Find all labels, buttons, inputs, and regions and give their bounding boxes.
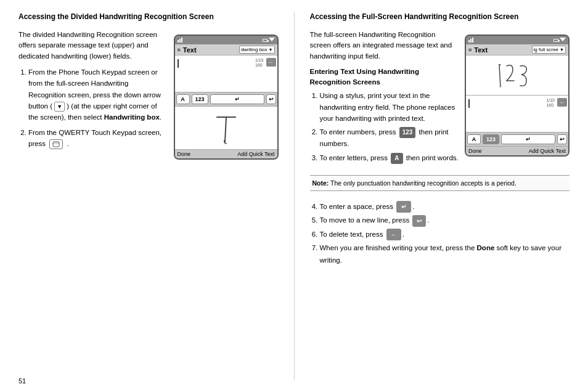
right-phone-counter: 1/10160 <box>546 98 555 108</box>
note-label: Note: <box>312 179 329 187</box>
left-key-a[interactable]: A <box>176 94 190 104</box>
qwerty-icon <box>49 139 63 149</box>
svg-point-3 <box>56 142 57 143</box>
right-phone-keyboard-row: A 123 ↵ ↩ <box>466 133 568 147</box>
right-phone-top-bar <box>466 36 568 44</box>
right-cursor <box>468 99 470 108</box>
left-phone-counter: 1/10160 <box>255 58 264 68</box>
right-dropdown-text: ig full scree <box>534 47 558 52</box>
right-step-2: To enter numbers, press 123 then print n… <box>320 126 459 149</box>
key-space-inline: ↵ <box>396 201 411 213</box>
left-footer-quicktext[interactable]: Add Quick Text <box>237 151 274 157</box>
dropdown-btn-inline: ▼ <box>54 102 65 112</box>
note-box: Note: The only punctuation handwriting r… <box>310 175 570 191</box>
right-phone-header-title: Text <box>474 46 529 54</box>
left-key-space[interactable]: ↵ <box>210 94 264 104</box>
left-phone-footer: Done Add Quick Text <box>175 150 277 158</box>
right-step-1: Using a stylus, print your text in the h… <box>320 90 459 124</box>
right-dropdown-arrow: ▼ <box>560 47 564 52</box>
page: Accessing the Divided Handwriting Recogn… <box>0 0 588 392</box>
right-step-4: To enter a space, press ↵. <box>320 201 570 213</box>
handwriting-box-label: Handwriting box <box>104 113 160 121</box>
left-key-enter[interactable]: ↩ <box>266 94 276 104</box>
right-col-content: The full-screen Handwriting Recognition … <box>310 30 570 166</box>
left-key-123[interactable]: 123 <box>192 94 208 104</box>
svg-point-2 <box>54 142 55 143</box>
right-step-6: To delete text, press ←. <box>320 229 570 241</box>
left-intro: The divided Handwriting Recognition scre… <box>18 30 168 62</box>
right-phone-backspace[interactable]: ← <box>557 98 567 107</box>
svg-point-4 <box>58 142 59 143</box>
done-label-inline: Done <box>477 244 495 251</box>
right-key-a[interactable]: A <box>467 134 481 144</box>
right-phone-input-area: 1/10160 ← <box>466 96 568 133</box>
right-phone-header-menu-icon: ≡ <box>468 47 472 53</box>
right-phone-dropdown[interactable]: ig full scree ▼ <box>532 46 566 54</box>
left-phone-input-area: 1/10160 ← <box>175 55 277 92</box>
right-steps2-list: To enter a space, press ↵. To move to a … <box>320 201 570 269</box>
left-steps-list: From the Phone Touch Keypad screen or fr… <box>28 67 168 150</box>
right-step-7: When you are finished writing your text,… <box>320 242 570 266</box>
note-text: The only punctuation handwriting recogni… <box>330 179 517 187</box>
right-key-123[interactable]: 123 <box>483 134 499 144</box>
right-step-5: To move to a new line, press ↩. <box>320 214 570 227</box>
column-divider <box>294 12 295 380</box>
left-phone-header-menu-icon: ≡ <box>178 47 181 53</box>
right-column: Accessing the Full-Screen Handwriting Re… <box>310 12 570 380</box>
right-intro: The full-screen Handwriting Recognition … <box>310 30 459 62</box>
left-section-title: Accessing the Divided Handwriting Recogn… <box>18 12 279 21</box>
right-footer-quicktext[interactable]: Add Quick Text <box>529 148 566 154</box>
key-newline-inline: ↩ <box>412 215 426 227</box>
right-phone-container: ≡ Text ig full scree ▼ <box>465 35 570 166</box>
left-step-2: From the QWERTY Touch Keypad screen, pre… <box>28 127 168 150</box>
right-col-text: The full-screen Handwriting Recognition … <box>310 30 459 166</box>
key-123-inline: 123 <box>399 127 416 138</box>
left-dropdown-text: dwriting box <box>241 47 267 52</box>
left-column: Accessing the Divided Handwriting Recogn… <box>18 12 279 380</box>
right-phone: ≡ Text ig full scree ▼ <box>465 35 570 157</box>
left-phone-top-bar <box>175 36 277 44</box>
left-phone-dropdown[interactable]: dwriting box ▼ <box>239 46 275 54</box>
left-col-text: The divided Handwriting Recognition scre… <box>18 30 168 160</box>
key-a-inline: A <box>391 153 402 164</box>
key-delete-inline: ← <box>386 229 401 240</box>
page-number: 51 <box>18 377 26 385</box>
left-col-content: The divided Handwriting Recognition scre… <box>18 30 279 160</box>
right-phone-footer: Done Add Quick Text <box>466 147 568 155</box>
svg-line-8 <box>499 65 500 87</box>
right-section-title: Accessing the Full-Screen Handwriting Re… <box>310 12 570 21</box>
left-phone-header-title: Text <box>183 46 237 54</box>
right-sub-title: Entering Text Using Handwriting Recognit… <box>310 67 459 88</box>
left-phone-container: ≡ Text dwriting box ▼ 1/10160 ← A <box>174 35 279 160</box>
right-footer-done[interactable]: Done <box>468 148 482 154</box>
right-handwriting-svg <box>489 59 545 92</box>
left-footer-done[interactable]: Done <box>178 151 191 157</box>
left-handwriting-svg <box>208 110 245 147</box>
left-phone-handwriting-area <box>175 107 277 150</box>
left-phone-backspace[interactable]: ← <box>266 58 276 67</box>
left-phone-keyboard-row: A 123 ↵ ↩ <box>175 92 277 107</box>
svg-line-6 <box>225 117 226 142</box>
left-phone: ≡ Text dwriting box ▼ 1/10160 ← A <box>174 35 279 160</box>
right-steps-list: Using a stylus, print your text in the h… <box>320 90 459 164</box>
right-key-enter[interactable]: ↩ <box>557 134 567 144</box>
right-key-space[interactable]: ↵ <box>501 134 555 144</box>
right-step-3: To enter letters, press A then print wor… <box>320 152 459 164</box>
left-step-1: From the Phone Touch Keypad screen or fr… <box>28 67 168 123</box>
right-phone-header: ≡ Text ig full scree ▼ <box>466 44 568 55</box>
left-dropdown-arrow: ▼ <box>269 47 273 52</box>
left-cursor <box>178 59 179 68</box>
left-phone-header: ≡ Text dwriting box ▼ <box>175 44 277 55</box>
right-phone-handwriting-area <box>466 55 568 96</box>
